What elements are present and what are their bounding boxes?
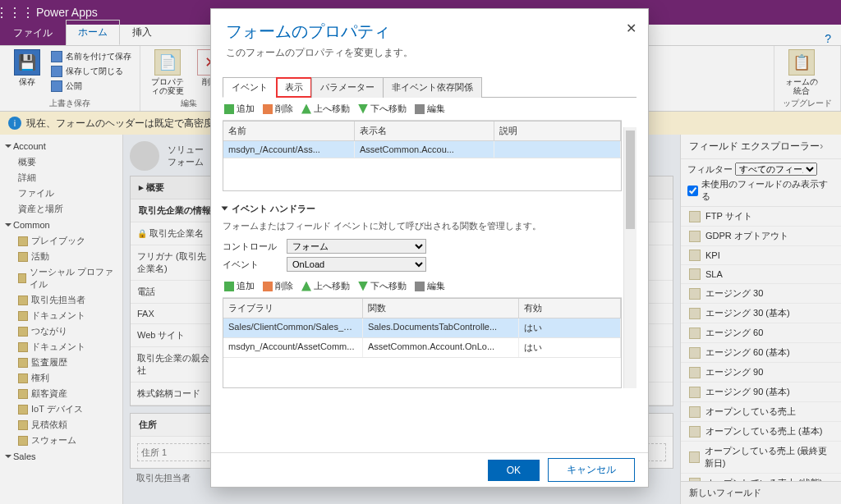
cancel-button[interactable]: キャンセル [548, 458, 635, 482]
edit-handler-button[interactable]: 編集 [415, 280, 445, 292]
col-desc: 説明 [494, 121, 621, 140]
section-desc: フォームまたはフィールド イベントに対して呼び出される関数を管理します。 [223, 220, 622, 232]
col-library: ライブラリ [223, 299, 363, 318]
col-enabled: 有効 [519, 299, 621, 318]
handlers-grid: ライブラリ 関数 有効 Sales/ClientCommon/Sales_Cl.… [223, 298, 622, 388]
dialog-footer: OK キャンセル [211, 452, 648, 487]
moveup-button[interactable]: 上へ移動 [301, 103, 350, 115]
section-title: イベント ハンドラー [223, 203, 622, 215]
scrollbar[interactable] [623, 127, 636, 388]
event-label: イベント [223, 259, 278, 271]
add-handler-button[interactable]: 追加 [224, 280, 255, 292]
tab-event[interactable]: イベント [223, 77, 277, 98]
delete-button[interactable]: 削除 [263, 103, 293, 115]
control-select[interactable]: フォーム [287, 239, 426, 254]
dialog-title: フォームのプロパティ [226, 21, 633, 43]
delete-handler-button[interactable]: 削除 [263, 280, 293, 292]
libraries-grid: 名前 表示名 説明 msdyn_/Account/Ass... AssetCom… [223, 121, 622, 191]
dialog-tabs: イベント 表示 パラメーター 非イベント依存関係 [223, 76, 636, 98]
tab-nonevent[interactable]: 非イベント依存関係 [383, 77, 482, 98]
moveup-handler-button[interactable]: 上へ移動 [301, 280, 350, 292]
handlers-toolbar: 追加 削除 上へ移動 下へ移動 編集 [223, 275, 622, 298]
close-icon[interactable]: ✕ [626, 21, 636, 36]
tab-display[interactable]: 表示 [276, 77, 312, 98]
movedown-handler-button[interactable]: 下へ移動 [358, 280, 407, 292]
dialog-subtitle: このフォームのプロパティを変更します。 [226, 46, 633, 60]
library-toolbar: 追加 削除 上へ移動 下へ移動 編集 [223, 98, 622, 121]
ok-button[interactable]: OK [488, 460, 540, 481]
add-button[interactable]: 追加 [224, 103, 255, 115]
event-select[interactable]: OnLoad [287, 257, 426, 272]
handler-row[interactable]: msdyn_/Account/AssetComm... AssetCommon.… [223, 338, 621, 358]
movedown-button[interactable]: 下へ移動 [358, 103, 407, 115]
col-display: 表示名 [355, 121, 494, 140]
library-row[interactable]: msdyn_/Account/Ass... AssetCommon.Accou.… [223, 141, 621, 158]
col-function: 関数 [363, 299, 519, 318]
form-properties-dialog: ✕ フォームのプロパティ このフォームのプロパティを変更します。 イベント 表示… [210, 8, 649, 488]
control-label: コントロール [223, 241, 278, 253]
event-handlers-section: イベント ハンドラー フォームまたはフィールド イベントに対して呼び出される関数… [223, 203, 622, 272]
tab-parameters[interactable]: パラメーター [311, 77, 384, 98]
edit-button[interactable]: 編集 [415, 103, 445, 115]
col-name: 名前 [223, 121, 355, 140]
handler-row[interactable]: Sales/ClientCommon/Sales_Cl... Sales.Doc… [223, 318, 621, 338]
